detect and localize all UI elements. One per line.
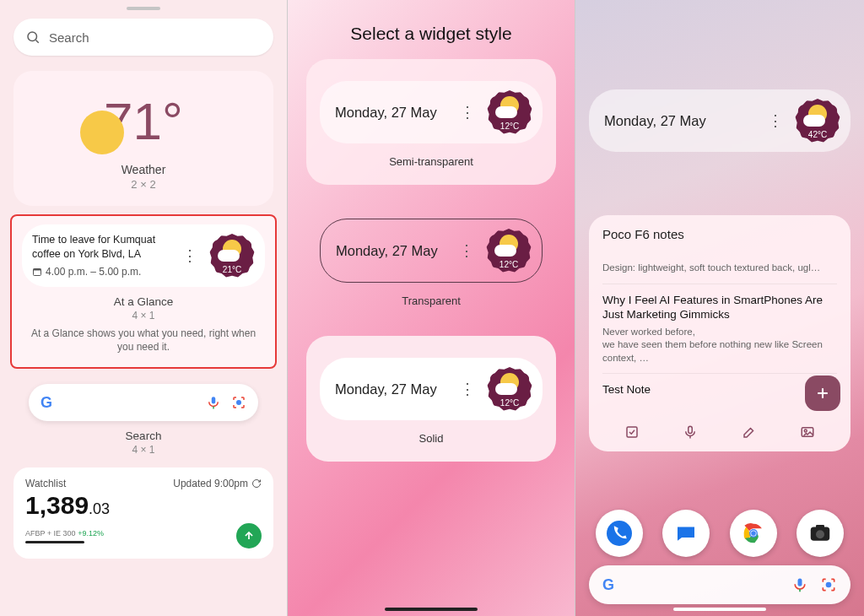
glance-headline: Time to leave for Kumquat coffee on York…: [32, 233, 170, 262]
style-title: Select a widget style: [288, 0, 575, 59]
gsearch-size: 4 × 1: [0, 444, 287, 456]
updated-label: Updated 9:00pm: [173, 478, 248, 489]
more-icon[interactable]: ⋮: [764, 111, 786, 130]
at-a-glance-highlight[interactable]: Time to leave for Kumquat coffee on York…: [10, 214, 277, 369]
weather-size: 2 × 2: [14, 178, 273, 191]
more-icon[interactable]: ⋮: [179, 246, 201, 265]
sparkline: [25, 541, 84, 543]
brush-icon[interactable]: [742, 424, 757, 443]
svg-rect-11: [688, 426, 693, 433]
messages-app[interactable]: [662, 510, 710, 557]
style-option-transparent[interactable]: Monday, 27 May ⋮ 12°C Transparent: [306, 197, 556, 324]
glance-time: 4.00 p.m. – 5.00 p.m.: [46, 265, 141, 278]
at-a-glance-widget[interactable]: Monday, 27 May ⋮ 42°C: [589, 89, 850, 152]
widget-picker-panel: Search 71° Weather 2 × 2 Time to leave f…: [0, 0, 288, 616]
lens-icon[interactable]: [820, 576, 837, 593]
google-search-bar[interactable]: G: [589, 565, 850, 604]
svg-rect-10: [627, 427, 637, 437]
search-icon: [25, 30, 40, 45]
weather-badge[interactable]: 42°C: [795, 98, 840, 143]
at-a-glance-pill: Time to leave for Kumquat coffee on York…: [22, 224, 265, 287]
refresh-icon[interactable]: [251, 478, 262, 489]
more-icon[interactable]: ⋮: [456, 241, 478, 260]
style-option-solid[interactable]: Monday, 27 May ⋮ 12°C Solid: [306, 336, 556, 462]
weather-widget-preview[interactable]: 71° Weather 2 × 2: [14, 71, 273, 206]
svg-point-22: [816, 530, 824, 538]
svg-line-1: [35, 40, 38, 42]
gesture-bar[interactable]: [385, 608, 478, 611]
more-icon[interactable]: ⋮: [456, 103, 478, 122]
note-item: Design: lightweight, soft touch textured…: [602, 250, 837, 284]
notes-title: Poco F6 notes: [602, 227, 837, 241]
sun-icon: [80, 111, 124, 154]
mic-icon[interactable]: [791, 576, 808, 593]
svg-point-0: [28, 32, 37, 41]
finance-dec: .03: [89, 500, 110, 517]
glance-size: 4 × 1: [22, 310, 265, 322]
weather-title: Weather: [14, 163, 273, 176]
phone-app[interactable]: [596, 510, 643, 557]
weather-badge: 21°C: [209, 233, 255, 278]
widget-search[interactable]: Search: [14, 19, 273, 56]
homescreen-panel: Monday, 27 May ⋮ 42°C Poco F6 notes Desi…: [575, 0, 864, 616]
glance-desc: At a Glance shows you what you need, rig…: [27, 327, 260, 354]
gsearch-title: Search: [0, 430, 287, 442]
svg-point-6: [236, 400, 241, 405]
svg-rect-23: [816, 525, 824, 529]
image-icon[interactable]: [800, 424, 815, 443]
checkbox-icon[interactable]: [624, 424, 640, 443]
svg-rect-3: [34, 268, 41, 270]
google-logo-icon: G: [602, 576, 614, 594]
camera-app[interactable]: [796, 510, 844, 557]
weather-temp: 71°: [104, 91, 183, 151]
watchlist-label: Watchlist: [25, 478, 66, 489]
keep-notes-widget[interactable]: Poco F6 notes Design: lightweight, soft …: [589, 215, 850, 451]
style-option-semi[interactable]: Monday, 27 May ⋮ 12°C Semi-transparent: [306, 59, 556, 185]
google-logo-icon: G: [40, 394, 52, 412]
add-note-button[interactable]: [805, 376, 840, 411]
app-dock: [575, 510, 864, 557]
note-item: Why I Feel AI Features in SmartPhones Ar…: [602, 284, 837, 374]
svg-point-20: [751, 531, 756, 536]
widget-style-panel: Select a widget style Monday, 27 May ⋮ 1…: [288, 0, 575, 616]
glance-title: At a Glance: [22, 295, 265, 308]
lens-icon: [231, 395, 246, 410]
mic-icon: [206, 395, 221, 410]
finance-int: 1,389: [25, 491, 89, 519]
svg-rect-4: [212, 397, 216, 404]
calendar-icon: [32, 267, 42, 277]
finance-widget-preview[interactable]: Watchlist Updated 9:00pm 1,389.03 AFBP +…: [14, 467, 273, 559]
drag-handle[interactable]: [127, 7, 160, 10]
svg-point-14: [805, 430, 807, 432]
svg-point-15: [607, 521, 632, 546]
go-button[interactable]: [236, 523, 262, 548]
note-item: Test Note: [602, 373, 837, 406]
gesture-bar[interactable]: [673, 608, 766, 611]
svg-point-26: [826, 582, 832, 588]
more-icon[interactable]: ⋮: [456, 380, 478, 398]
search-placeholder: Search: [49, 30, 89, 45]
mic-icon[interactable]: [683, 424, 698, 443]
chrome-app[interactable]: [730, 510, 777, 557]
svg-rect-24: [798, 579, 802, 586]
google-search-widget-preview[interactable]: G: [29, 384, 258, 421]
